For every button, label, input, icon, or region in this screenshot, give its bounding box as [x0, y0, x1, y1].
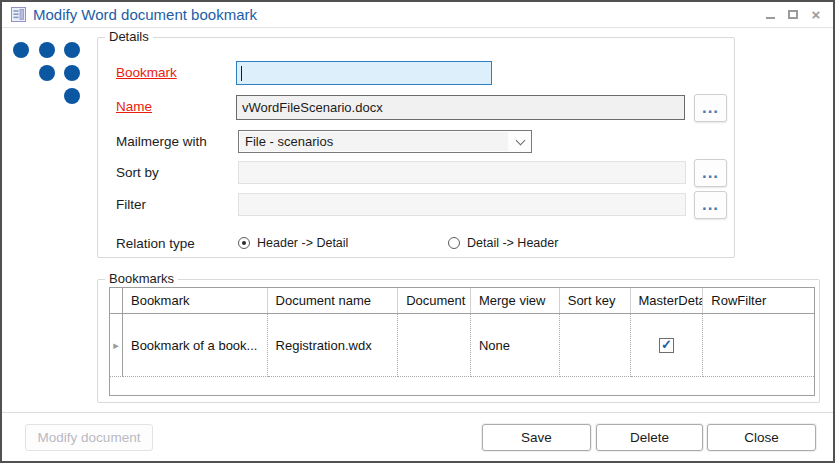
bookmarks-table: Bookmark Document name Document Merge vi… — [109, 287, 815, 396]
close-icon: × — [812, 8, 821, 22]
name-browse-button[interactable]: ... — [694, 94, 727, 122]
window-controls: × — [763, 2, 823, 27]
radio-header-detail[interactable]: Header -> Detail — [238, 236, 348, 250]
details-group-title: Details — [105, 29, 153, 44]
mailmerge-selected-value: File - scenarios — [240, 132, 508, 151]
window-title: Modify Word document bookmark — [33, 6, 257, 23]
cell-rowfilter[interactable] — [703, 314, 814, 377]
cell-document-name[interactable]: Registration.wdx — [268, 314, 399, 377]
cell-merge-view[interactable]: None — [471, 314, 560, 377]
cell-bookmark[interactable]: Bookmark of a book... — [123, 314, 268, 377]
filter-browse-button[interactable]: ... — [694, 191, 727, 219]
logo-dot — [39, 65, 55, 81]
title-bar: Modify Word document bookmark × — [2, 2, 833, 27]
name-label[interactable]: Name — [116, 99, 152, 114]
radio-icon — [238, 237, 250, 249]
logo-dot — [39, 42, 55, 58]
close-dialog-button[interactable]: Close — [707, 424, 816, 451]
masterdetail-checkbox[interactable] — [659, 338, 674, 353]
row-selector-cell[interactable]: ▸ — [110, 314, 123, 377]
footer-divider — [2, 412, 833, 413]
logo-dot — [64, 65, 80, 81]
maximize-button[interactable] — [786, 7, 800, 23]
column-header-rowfilter[interactable]: RowFilter — [703, 288, 814, 313]
name-input[interactable] — [236, 95, 685, 120]
radio-detail-header-label: Detail -> Header — [467, 236, 558, 250]
column-header-merge-view[interactable]: Merge view — [471, 288, 560, 313]
table-row[interactable]: ▸ Bookmark of a book... Registration.wdx… — [110, 314, 814, 377]
row-selector-arrow-icon: ▸ — [113, 339, 119, 352]
sortby-input — [238, 161, 686, 184]
radio-detail-header[interactable]: Detail -> Header — [448, 236, 558, 250]
cell-sort-key[interactable] — [560, 314, 631, 377]
filter-input — [238, 193, 686, 216]
maximize-icon — [788, 10, 798, 19]
bookmark-input[interactable] — [236, 61, 492, 85]
modify-word-document-bookmark-dialog: Modify Word document bookmark × Details … — [0, 0, 835, 463]
details-group: Details Bookmark Name ... Mailmerge with… — [97, 37, 735, 258]
cell-masterdetail — [631, 314, 704, 377]
column-header-document[interactable]: Document — [398, 288, 471, 313]
radio-icon — [448, 237, 460, 249]
modify-document-button: Modify document — [25, 424, 153, 451]
relation-type-label: Relation type — [116, 236, 195, 251]
logo-dot — [64, 42, 80, 58]
mailmerge-label: Mailmerge with — [116, 134, 207, 149]
column-header-bookmark[interactable]: Bookmark — [123, 288, 268, 313]
bookmarks-group-title: Bookmarks — [105, 271, 178, 286]
mailmerge-select[interactable]: File - scenarios — [238, 130, 532, 153]
bookmark-label[interactable]: Bookmark — [116, 65, 177, 80]
save-button[interactable]: Save — [482, 424, 591, 451]
column-header-masterdetail[interactable]: MasterDetail — [631, 288, 704, 313]
logo-dot — [13, 42, 29, 58]
filter-label: Filter — [116, 197, 146, 212]
bookmarks-group: Bookmarks Bookmark Document name Documen… — [97, 279, 820, 403]
table-header-row: Bookmark Document name Document Merge vi… — [110, 288, 814, 314]
sortby-label: Sort by — [116, 165, 159, 180]
cell-document[interactable] — [398, 314, 471, 377]
column-header-document-name[interactable]: Document name — [268, 288, 399, 313]
chevron-down-icon — [509, 140, 531, 144]
delete-button[interactable]: Delete — [596, 424, 703, 451]
minimize-button[interactable] — [763, 7, 777, 23]
row-selector-header — [110, 288, 123, 313]
logo-dot — [64, 88, 80, 104]
document-icon — [10, 6, 27, 23]
sortby-browse-button[interactable]: ... — [694, 159, 727, 187]
column-header-sort-key[interactable]: Sort key — [560, 288, 631, 313]
titlebar-divider — [2, 27, 833, 28]
minimize-icon — [766, 17, 775, 19]
close-button[interactable]: × — [809, 7, 823, 23]
radio-header-detail-label: Header -> Detail — [257, 236, 348, 250]
